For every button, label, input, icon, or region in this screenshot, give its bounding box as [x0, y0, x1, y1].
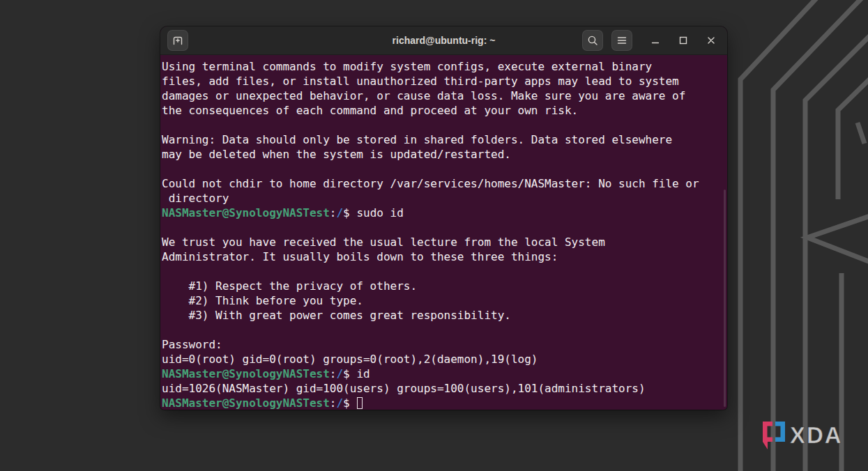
terminal-line	[162, 162, 727, 176]
terminal-text-segment: #3) With great power comes great respons…	[162, 309, 511, 322]
terminal-cursor	[357, 397, 363, 409]
terminal-line: NASMaster@SynologyNASTest:/$ sudo id	[162, 206, 727, 220]
window-title: richard@ubuntu-rig: ~	[160, 35, 727, 46]
terminal-line: directory	[162, 191, 727, 206]
terminal-text-segment: Could not chdir to home directory /var/s…	[162, 177, 699, 190]
terminal-text-segment: the consequences of each command and pro…	[162, 104, 578, 117]
bracket-inner-tick	[858, 123, 865, 144]
terminal-text-segment: directory	[162, 192, 229, 205]
terminal-text-segment: #2) Think before you type.	[162, 294, 363, 307]
terminal-line: the consequences of each command and pro…	[162, 103, 727, 118]
close-icon	[706, 35, 717, 46]
minimize-button[interactable]	[646, 31, 664, 49]
terminal-text-segment: Password:	[162, 338, 222, 351]
terminal-text-segment: $	[343, 396, 356, 410]
terminal-line	[162, 118, 727, 132]
scrollbar-thumb[interactable]	[724, 190, 726, 407]
search-icon	[586, 34, 599, 47]
terminal-line: #3) With great power comes great respons…	[162, 308, 727, 323]
terminal-text-segment: Using terminal commands to modify system…	[162, 60, 652, 73]
terminal-line: files, add files, or install unauthorize…	[162, 74, 727, 88]
terminal-line: NASMaster@SynologyNASTest:/$	[162, 396, 727, 410]
xda-right-bracket-icon	[775, 422, 785, 442]
new-tab-button[interactable]	[167, 30, 188, 51]
terminal-text-segment: may be deleted when the system is update…	[162, 148, 511, 161]
bracket-bubble-outline	[838, 77, 868, 199]
close-button[interactable]	[702, 31, 720, 49]
terminal-text-segment: Warning: Data should only be stored in s…	[162, 133, 672, 146]
terminal-text-segment: /	[336, 206, 343, 219]
terminal-line	[162, 323, 727, 337]
hamburger-menu-icon	[616, 34, 628, 47]
terminal-line: Password:	[162, 337, 727, 352]
bracket-bubble-tail	[807, 216, 868, 262]
xda-wordmark: XDA	[790, 422, 843, 448]
terminal-output[interactable]: Using terminal commands to modify system…	[160, 56, 727, 410]
terminal-line: damages or unexpected behavior, or cause…	[162, 88, 727, 103]
terminal-line	[162, 220, 727, 235]
desktop-background: XDA richard@ubuntu-rig: ~	[0, 0, 868, 471]
terminal-line: Using terminal commands to modify system…	[162, 59, 727, 74]
terminal-text-segment: #1) Respect the privacy of others.	[162, 279, 417, 293]
terminal-line: #2) Think before you type.	[162, 293, 727, 308]
terminal-text-segment: $ sudo id	[343, 206, 404, 219]
terminal-line: Could not chdir to home directory /var/s…	[162, 176, 727, 191]
terminal-text-segment: damages or unexpected behavior, or cause…	[162, 89, 685, 102]
terminal-line	[162, 264, 727, 279]
terminal-line: Warning: Data should only be stored in s…	[162, 132, 727, 147]
terminal-text-segment: We trust you have received the usual lec…	[162, 235, 605, 249]
terminal-line: Administrator. It usually boils down to …	[162, 249, 727, 264]
menu-button[interactable]	[611, 30, 632, 51]
terminal-text-segment: /	[336, 367, 343, 380]
terminal-text-segment: /	[336, 396, 343, 410]
maximize-button[interactable]	[674, 31, 692, 49]
search-button[interactable]	[582, 30, 603, 51]
xda-left-bracket-icon	[763, 422, 772, 449]
titlebar: richard@ubuntu-rig: ~	[160, 26, 727, 55]
xda-logo: XDA	[759, 418, 851, 454]
terminal-text-segment: uid=1026(NASMaster) gid=100(users) group…	[162, 382, 646, 395]
tab-new-icon	[172, 34, 184, 47]
chevron-line-2	[773, 0, 867, 471]
terminal-window: richard@ubuntu-rig: ~	[160, 26, 727, 410]
chevron-line-3	[805, 33, 868, 471]
terminal-line: uid=1026(NASMaster) gid=100(users) group…	[162, 381, 727, 396]
terminal-text-segment: files, add files, or install unauthorize…	[162, 75, 679, 88]
terminal-text-segment: Administrator. It usually boils down to …	[162, 250, 558, 263]
terminal-line: may be deleted when the system is update…	[162, 147, 727, 162]
terminal-text-segment: NASMaster@SynologyNASTest	[162, 396, 330, 410]
terminal-line: We trust you have received the usual lec…	[162, 235, 727, 249]
terminal-text-segment: NASMaster@SynologyNASTest	[162, 206, 330, 219]
maximize-icon	[678, 35, 689, 46]
minimize-icon	[650, 35, 661, 46]
chevron-line-1	[740, 0, 823, 471]
terminal-text-segment: uid=0(root) gid=0(root) groups=0(root),2…	[162, 353, 538, 366]
terminal-line: NASMaster@SynologyNASTest:/$ id	[162, 366, 727, 381]
terminal-text-segment: NASMaster@SynologyNASTest	[162, 367, 330, 380]
terminal-text-segment: $ id	[343, 367, 370, 380]
terminal-line: #1) Respect the privacy of others.	[162, 279, 727, 293]
terminal-line: uid=0(root) gid=0(root) groups=0(root),2…	[162, 352, 727, 366]
